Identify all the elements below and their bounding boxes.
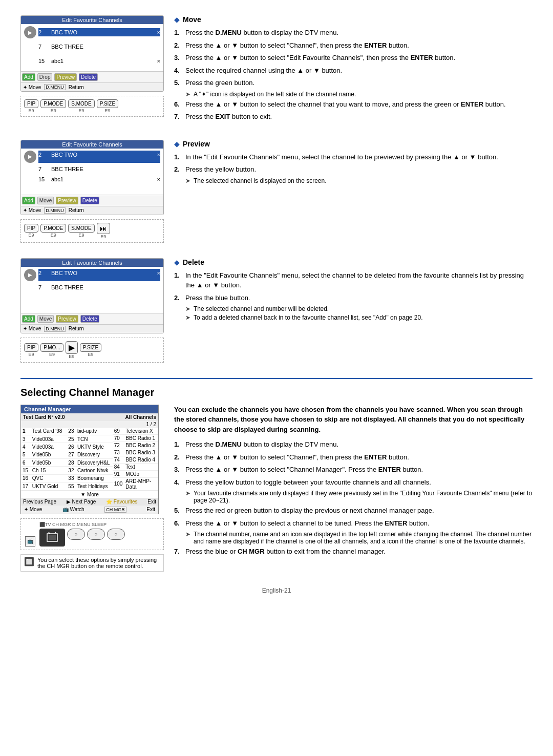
delete-screen-buttons: Add Move Preview Delete	[21, 313, 163, 324]
preview-left-col: Edit Favourite Channels ▶ 2 BBC TWO ×	[20, 140, 164, 243]
del-ch-2: 7 BBC THREE	[38, 283, 160, 291]
del-psize-block: ▶ E9	[66, 341, 78, 359]
prev-pmode-key[interactable]: P.MODE	[40, 224, 66, 233]
move-tv-screen: Edit Favourite Channels ▶ 2 BBC TWO ×	[20, 15, 164, 92]
move-ch-row-1: 2 BBC TWO ×	[38, 28, 160, 36]
preview-right-col: ◆ Preview 1. In the "Edit Favourite Chan…	[174, 140, 533, 243]
cm-exit[interactable]: Exit	[147, 499, 156, 505]
del-pip-key[interactable]: PIP	[24, 343, 38, 352]
move-step-1: 1. Press the D.MENU button to display th…	[174, 28, 533, 38]
del-psize-key[interactable]: ▶	[66, 341, 78, 354]
channel-manager-divider	[20, 378, 533, 379]
delete-btn[interactable]: Delete	[79, 73, 98, 81]
cm-row: 72BBC Radio 2	[113, 442, 158, 449]
del-move-btn[interactable]: Move	[37, 315, 54, 323]
cm-row: 17UKTV Gold	[21, 482, 67, 490]
prev-preview-btn[interactable]: Preview	[56, 197, 78, 204]
preview-screen-buttons: Add Move Preview Delete	[21, 195, 163, 206]
cm-col2: 23bid-up.tv 25TCN 26UKTV Style 27Discove…	[67, 428, 112, 491]
cm-remote-label-row: ⬛TV CH MGR D.MENU SLEEP	[39, 522, 125, 527]
prev-row-1: ▶ 2 BBC TWO ×	[24, 151, 160, 163]
cm-row: 15Ch 15	[21, 467, 67, 474]
delete-note-2: ➤ To add a deleted channel back in to th…	[185, 314, 533, 321]
delete-left-col: Edit Favourite Channels ▶ 2 BBC TWO ×	[20, 258, 164, 363]
cm-row: 69Television X	[113, 428, 158, 435]
move-step-2: 2. Press the ▲ or ▼ button to select "Ch…	[174, 40, 533, 51]
pmode-key[interactable]: P.MODE	[40, 99, 66, 108]
cm-channels-container: 1Test Card '98 3Vide003a 4Vide003a 5Vide…	[21, 428, 158, 491]
page-content: Edit Favourite Channels ▶ 2 BBC TWO ×	[20, 15, 533, 594]
delete-screen-body: ▶ 2 BBC TWO × 7 BBC THREE	[21, 267, 163, 313]
prev-smode-key[interactable]: S.MODE	[68, 224, 94, 233]
cm-note-box: 🔲 You can select these options by simply…	[20, 554, 164, 572]
cm-col3: 69Television X 70BBC Radio 1 72BBC Radio…	[113, 428, 158, 491]
del-psize2-key[interactable]: P.SIZE	[80, 343, 101, 352]
cm-row: 84Text	[113, 463, 158, 470]
cm-row: 5Vide05b	[21, 451, 67, 458]
cm-all-label: All Channels	[125, 414, 156, 420]
cm-right-col: You can exclude the channels you have ch…	[174, 405, 533, 572]
prev-extra-key[interactable]: ⏭	[97, 223, 110, 234]
cm-oval-1[interactable]: ○	[67, 529, 85, 540]
move-ch-row-2: 7 BBC THREE	[38, 43, 160, 51]
channel-manager-section: Channel Manager Test Card N° v2.0 All Ch…	[20, 405, 533, 572]
move-step-3: 3. Press the ▲ or ▼ button to select "Ed…	[174, 53, 533, 63]
cm-row: 28DiscoveryH&L	[67, 458, 112, 466]
cm-oval-3[interactable]: ○	[107, 529, 125, 540]
cm-big-btn[interactable]	[39, 529, 65, 547]
cm-nav: ✦ Move 📺 Watch CH MGR Exit	[21, 506, 158, 514]
cm-step-2: 2. Press the ▲ or ▼ button to select "Ch…	[174, 452, 533, 463]
cm-instructions: 1. Press the D.MENU button to display th…	[174, 439, 533, 557]
delete-note-1: ➤ The selected channel and number will b…	[185, 305, 533, 312]
del-ch-1: 2 BBC TWO ×	[38, 269, 160, 281]
smode-key[interactable]: S.MODE	[68, 99, 94, 108]
cm-oval-2[interactable]: ○	[87, 529, 105, 540]
move-remote: PIP E9 P.MODE E9 S.MODE E9 P.SIZE E9	[20, 96, 164, 117]
prev-pip-key[interactable]: PIP	[24, 224, 38, 233]
page-footer: English-21	[20, 587, 533, 594]
cm-row: 74BBC Radio 4	[113, 456, 158, 463]
move-step-7: 7. Press the EXIT button to exit.	[174, 112, 533, 122]
cm-step-5: 5. Press the red or green button to disp…	[174, 506, 533, 516]
cm-footer: Previous Page ▶ Next Page ⭐ Favourites E…	[21, 498, 158, 506]
del-add-btn[interactable]: Add	[22, 315, 35, 323]
cm-row: 27Discovery	[67, 451, 112, 458]
cm-row: 73BBC Radio 3	[113, 449, 158, 456]
prev-add-btn[interactable]: Add	[22, 197, 35, 204]
delete-title-text: Delete	[183, 258, 204, 266]
prev-delete-btn[interactable]: Delete	[80, 197, 99, 204]
drop-btn[interactable]: Drop	[37, 73, 53, 81]
cm-prev-page[interactable]: Previous Page	[23, 499, 56, 505]
preview-title-text: Preview	[183, 140, 210, 148]
cm-step-4: 4. Press the yellow button to toggle bet…	[174, 477, 533, 488]
preview-btn[interactable]: Preview	[54, 73, 77, 81]
preview-remote: PIP E9 P.MODE E9 S.MODE E9 ⏭ E9	[20, 219, 164, 243]
smode-block: S.MODE E9	[68, 99, 94, 113]
del-preview-btn[interactable]: Preview	[56, 315, 78, 323]
cm-next-page[interactable]: ▶ Next Page	[67, 499, 96, 505]
add-btn[interactable]: Add	[22, 73, 35, 81]
move-spacer-2	[24, 40, 36, 53]
preview-section: Edit Favourite Channels ▶ 2 BBC TWO ×	[20, 140, 533, 243]
prev-ch-1: 2 BBC TWO ×	[38, 151, 160, 163]
delete-screen-title: Edit Favourite Channels	[21, 259, 163, 267]
cm-favourites[interactable]: ⭐ Favourites	[106, 499, 137, 505]
move-icon-1: ▶	[24, 26, 36, 38]
cm-row: 1Test Card '98	[21, 428, 67, 435]
pmode-block: P.MODE E9	[40, 99, 66, 113]
move-screen-nav: ✦ Move D.MENU Return	[21, 82, 163, 91]
del-delete-btn[interactable]: Delete	[80, 315, 99, 323]
del-row-2: 7 BBC THREE	[24, 283, 160, 291]
cm-row: 33Boomerang	[67, 474, 112, 482]
cm-note-text: You can select these options by simply p…	[37, 557, 160, 569]
delete-right-col: ◆ Delete 1. In the "Edit Favourite Chann…	[174, 258, 533, 363]
psize-block: P.SIZE E9	[97, 99, 118, 113]
psize-key[interactable]: P.SIZE	[97, 99, 118, 108]
move-right-col: ◆ Move 1. Press the D.MENU button to dis…	[174, 15, 533, 124]
prev-move-btn[interactable]: Move	[37, 197, 54, 204]
pip-key[interactable]: PIP	[24, 99, 38, 108]
cm-remote-btns: ○ ○ ○	[39, 529, 125, 547]
del-pmo-key[interactable]: P.MO...	[40, 343, 63, 352]
del-pmo-block: P.MO... E9	[40, 343, 63, 357]
prev-row-2: 7 BBC THREE	[24, 165, 160, 173]
